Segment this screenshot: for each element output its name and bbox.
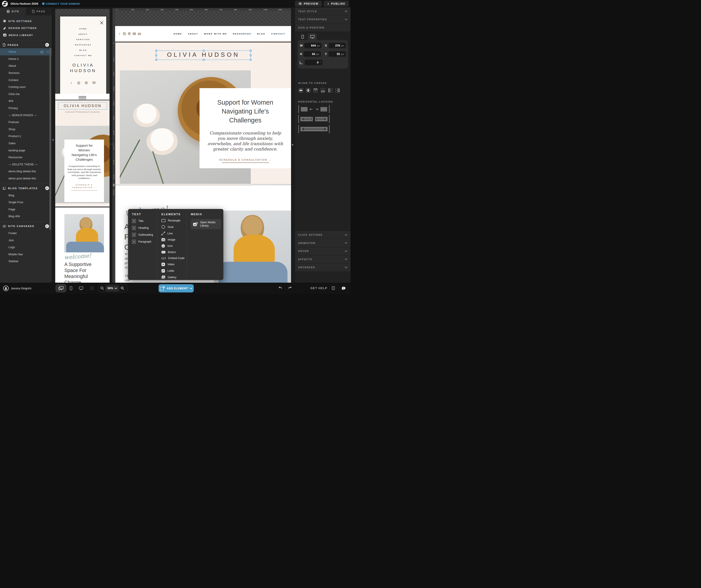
instagram-icon[interactable] xyxy=(123,32,126,35)
sidebar-tab-site[interactable]: SITE xyxy=(0,7,26,15)
sidebar-scrollbar[interactable] xyxy=(49,48,51,230)
canvas-drag-handle[interactable]: ⋮⋮ xyxy=(109,142,114,146)
blog-templates-item-page[interactable]: Page xyxy=(0,206,52,213)
height-input[interactable]: 63px xyxy=(303,51,321,57)
desktop-nav-resources[interactable]: RESOURCES xyxy=(233,32,251,35)
desktop-device-tab[interactable] xyxy=(308,33,317,40)
pages-item-podcast[interactable]: Podcast xyxy=(0,118,52,126)
close-icon[interactable] xyxy=(100,21,103,25)
mobile-logo[interactable]: OLIVIAHUDSON xyxy=(60,62,106,73)
add-video-button[interactable]: Video xyxy=(162,263,183,266)
add-pages-button[interactable]: + xyxy=(45,43,49,47)
section-marker-icon[interactable] xyxy=(113,184,115,187)
pages-item-contact[interactable]: Contact xyxy=(0,76,52,83)
add-rectangle-button[interactable]: Rectangle xyxy=(162,219,183,222)
pages-item-resources[interactable]: Resources xyxy=(0,154,52,161)
more-options-icon[interactable] xyxy=(46,51,49,52)
zoom-level-dropdown[interactable]: 66% xyxy=(105,285,120,291)
pages-item-demo-post-delete-this[interactable]: demo post delete this xyxy=(0,175,52,182)
align-v-center-icon[interactable] xyxy=(298,88,303,93)
redo-button[interactable] xyxy=(287,284,293,292)
add-element-button[interactable]: ADD ELEMENT xyxy=(159,284,194,292)
add-site-canvases-button[interactable]: + xyxy=(45,224,49,228)
width-input[interactable]: 644px xyxy=(304,43,321,48)
both-devices-button[interactable] xyxy=(55,284,66,292)
sidebar-site-settings[interactable]: SITE SETTINGS xyxy=(0,18,52,24)
desktop-woman-photo[interactable] xyxy=(214,211,291,283)
youtube-icon[interactable] xyxy=(133,32,136,35)
help-chat-icon[interactable]: ? xyxy=(340,284,347,292)
pages-item-404[interactable]: 404 xyxy=(0,97,52,104)
mobile-hero-card[interactable]: Support forWomenNavigating Life'sChallen… xyxy=(64,139,104,202)
add-button-button[interactable]: Button xyxy=(162,251,183,254)
add-blog-templates-button[interactable]: + xyxy=(45,186,49,190)
add-image-button[interactable]: Image xyxy=(162,238,183,241)
blog-templates-item-blog-404[interactable]: Blog 404 xyxy=(0,213,52,220)
align-left-icon[interactable] xyxy=(327,88,333,93)
help-doc-icon[interactable]: ? xyxy=(330,284,336,292)
x-input[interactable]: 278px xyxy=(328,43,346,48)
open-media-library-button[interactable]: Open Media Library xyxy=(191,219,221,229)
add-paragraph-button[interactable]: TParagraph xyxy=(132,240,153,244)
add-icon-button[interactable]: Icon xyxy=(162,244,183,248)
zoom-out-icon[interactable] xyxy=(100,286,104,290)
align-bottom-icon[interactable] xyxy=(320,88,325,93)
facebook-icon[interactable]: f xyxy=(119,32,121,35)
add-subheading-button[interactable]: TSubheading xyxy=(132,233,153,237)
blog-templates-item-single-post[interactable]: Single Post xyxy=(0,199,52,206)
mobile-home-canvas[interactable]: OLIVIA HUDSON Licensed Professional Coun… xyxy=(55,100,109,207)
lock-stretch-button[interactable] xyxy=(298,124,330,134)
rotation-input[interactable]: 0° xyxy=(305,60,322,65)
blog-templates-item-blog[interactable]: Blog xyxy=(0,192,52,199)
pages-item-click-me[interactable]: Click-me xyxy=(0,90,52,98)
mobile-selected-title[interactable]: OLIVIA HUDSON xyxy=(58,102,107,109)
mobile-welcome-heading[interactable]: A SupportiveSpace ForMeaningfulChange xyxy=(64,262,91,283)
pages-item-sales[interactable]: Sales xyxy=(0,140,52,147)
instagram-icon[interactable] xyxy=(77,81,80,84)
pages-item-services[interactable]: Services xyxy=(0,69,52,76)
site-canvases-item-join[interactable]: Join xyxy=(0,237,52,244)
add-gallery-button[interactable]: Gallery xyxy=(162,276,183,279)
mobile-cta-link[interactable]: SCHEDULE ACONSULTATION → xyxy=(67,184,101,189)
desktop-cta-link[interactable]: SCHEDULE A CONSULTATION → xyxy=(206,159,284,161)
pages-item-home-1[interactable]: Home-1 xyxy=(0,55,52,62)
desktop-hero-paragraph[interactable]: Compassionate counseling to help you mov… xyxy=(207,130,284,152)
desktop-hero-card[interactable]: Support for WomenNavigating Life'sChalle… xyxy=(200,88,291,168)
site-canvases-item-sidebar[interactable]: Sidebar xyxy=(0,258,52,265)
mobile-welcome-canvas[interactable]: welcome! A SupportiveSpace ForMeaningful… xyxy=(55,208,109,283)
inspector-section-animation[interactable]: ANIMATION xyxy=(295,239,350,247)
add-embed-code-button[interactable]: Embed Code xyxy=(162,257,183,260)
pages-item-shop[interactable]: Shop xyxy=(0,126,52,133)
inspector-section-click-actions[interactable]: CLICK ACTIONS xyxy=(295,231,350,239)
sidebar-design-settings[interactable]: DESIGN SETTINGS xyxy=(0,24,52,32)
email-icon[interactable] xyxy=(138,33,141,35)
grid-toggle-button[interactable] xyxy=(88,284,97,292)
email-icon[interactable] xyxy=(92,81,95,84)
inspector-section-hover[interactable]: HOVER xyxy=(295,247,350,255)
desktop-nav-contact[interactable]: CONTACT xyxy=(271,32,285,35)
pages-item-product-1[interactable]: Product-1 xyxy=(0,132,52,140)
mobile-menu-overlay[interactable]: HOMEABOUTSERVICESRESOURCESBLOGCONTACT ME… xyxy=(60,16,106,94)
mobile-hero-paragraph[interactable]: Compassionate counseling to help you mov… xyxy=(67,165,101,180)
hamburger-icon[interactable] xyxy=(55,94,109,99)
collapse-sidebar-icon[interactable]: ◀ xyxy=(52,138,54,141)
zoom-in-icon[interactable] xyxy=(121,286,125,290)
avatar[interactable] xyxy=(3,286,9,291)
align-right-icon[interactable] xyxy=(335,88,340,93)
lock-left-right-button[interactable] xyxy=(298,114,330,124)
sidebar-tab-page[interactable]: PAGE xyxy=(26,7,52,15)
get-help-link[interactable]: GET HELP xyxy=(310,286,327,290)
connect-domain-button[interactable]: CONNECT YOUR DOMAIN xyxy=(42,2,80,5)
facebook-icon[interactable]: f xyxy=(71,81,72,84)
mobile-menu-blog[interactable]: BLOG xyxy=(60,49,106,51)
desktop-nav-work-with-me[interactable]: WORK WITH ME xyxy=(204,32,227,35)
mobile-menu-resources[interactable]: RESOURCES xyxy=(60,44,106,46)
pages-item-bonus-pages[interactable]: --- BONUS PAGES --- xyxy=(0,111,52,118)
publish-button[interactable]: PUBLISH xyxy=(323,1,349,7)
desktop-header[interactable]: fp HOMEABOUTWORK WITH MERESOURCESBLOGCON… xyxy=(115,26,291,41)
desktop-nav-about[interactable]: ABOUT xyxy=(188,32,198,35)
mobile-device-tab[interactable] xyxy=(298,33,307,40)
inspector-section-text-properties[interactable]: TEXT PROPERTIES xyxy=(295,16,350,24)
pages-item-landing-page[interactable]: landing-page xyxy=(0,146,52,154)
pages-item-privacy[interactable]: Privacy xyxy=(0,104,52,112)
